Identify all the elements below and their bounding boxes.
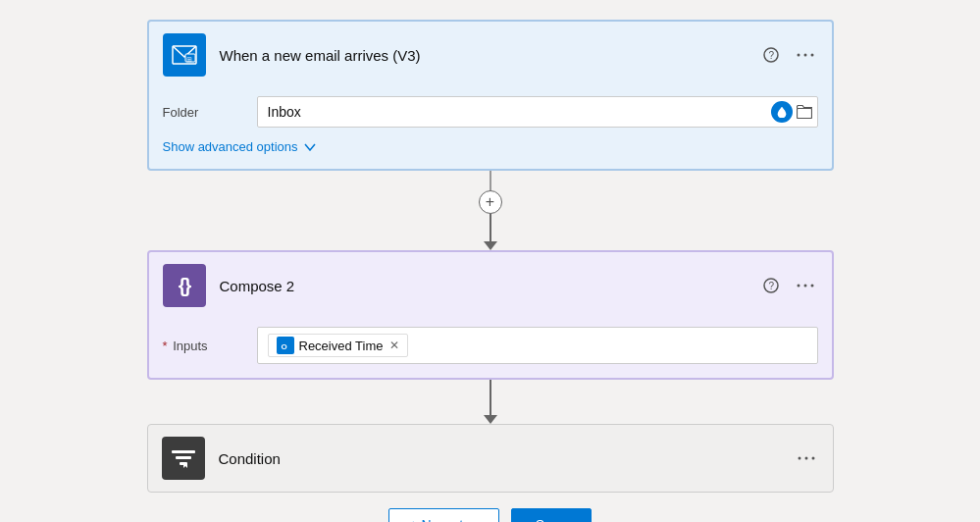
svg-point-21 xyxy=(811,457,814,460)
email-trigger-title: When a new email arrives (V3) xyxy=(220,47,759,64)
svg-point-6 xyxy=(803,54,806,57)
arrow-line-2 xyxy=(490,380,491,415)
email-trigger-help-button[interactable]: ? xyxy=(759,45,783,65)
svg-point-20 xyxy=(804,457,807,460)
compose-actions: ? xyxy=(759,276,818,295)
new-step-button[interactable]: + New step xyxy=(388,508,498,522)
save-button[interactable]: Save xyxy=(511,508,592,522)
advanced-options-label: Show advanced options xyxy=(163,139,298,154)
svg-text:O: O xyxy=(281,342,286,351)
inputs-label: * Inputs xyxy=(163,339,241,353)
svg-rect-17 xyxy=(176,456,191,459)
svg-rect-16 xyxy=(172,450,195,453)
connector-1: + xyxy=(479,171,502,250)
folder-browse-button[interactable] xyxy=(797,105,812,119)
connector-2 xyxy=(484,380,497,424)
compose-card: {} Compose 2 ? xyxy=(147,250,834,380)
inputs-label-text: Inputs xyxy=(173,339,207,353)
email-trigger-body: Folder xyxy=(149,88,832,169)
flow-container: ⊞ When a new email arrives (V3) ? xyxy=(147,20,834,522)
email-trigger-card: ⊞ When a new email arrives (V3) ? xyxy=(147,20,834,171)
svg-text:⊞: ⊞ xyxy=(185,56,191,63)
compose-help-button[interactable]: ? xyxy=(759,276,783,295)
condition-icon xyxy=(162,437,205,480)
arrow-line-1 xyxy=(490,214,491,241)
compose-more-button[interactable] xyxy=(793,282,818,289)
email-trigger-icon: ⊞ xyxy=(163,33,206,77)
inputs-tag-field[interactable]: O Received Time ✕ xyxy=(257,327,818,364)
add-step-button-1[interactable]: + xyxy=(479,190,502,214)
arrow-head-1 xyxy=(484,241,497,250)
svg-text:?: ? xyxy=(768,50,774,61)
bottom-bar: + New step Save xyxy=(147,508,834,522)
compose-header: {} Compose 2 ? xyxy=(149,252,832,319)
condition-actions xyxy=(794,454,819,462)
connector-line-top xyxy=(490,171,491,190)
folder-field-row: Folder xyxy=(163,96,818,128)
svg-text:?: ? xyxy=(768,281,774,291)
svg-point-19 xyxy=(798,457,800,460)
condition-header: Condition xyxy=(148,425,833,492)
tag-remove-button[interactable]: ✕ xyxy=(389,339,399,352)
compose-icon: {} xyxy=(163,264,206,307)
inputs-field-row: * Inputs O Received Time ✕ xyxy=(163,327,818,364)
svg-point-12 xyxy=(803,285,806,287)
condition-title: Condition xyxy=(219,450,794,467)
advanced-options-button[interactable]: Show advanced options xyxy=(163,139,316,154)
folder-input-wrap xyxy=(257,96,818,128)
compose-body: * Inputs O Received Time ✕ xyxy=(149,319,832,378)
droplet-icon xyxy=(771,101,793,123)
arrow-head-2 xyxy=(484,415,497,424)
svg-point-5 xyxy=(797,54,799,57)
folder-input[interactable] xyxy=(257,96,818,128)
compose-title: Compose 2 xyxy=(220,278,759,294)
tag-office-icon: O xyxy=(277,337,294,354)
condition-more-button[interactable] xyxy=(794,454,819,462)
email-trigger-more-button[interactable] xyxy=(793,51,818,59)
svg-point-11 xyxy=(797,285,799,287)
received-time-tag: O Received Time ✕ xyxy=(268,334,409,357)
folder-label: Folder xyxy=(163,105,241,120)
svg-point-7 xyxy=(810,54,813,57)
condition-card: Condition xyxy=(147,424,834,493)
required-star: * xyxy=(163,339,168,353)
svg-rect-8 xyxy=(797,109,811,119)
email-trigger-header: ⊞ When a new email arrives (V3) ? xyxy=(149,22,832,88)
folder-input-icons xyxy=(771,101,812,123)
email-trigger-actions: ? xyxy=(759,45,818,65)
svg-point-13 xyxy=(810,285,813,287)
tag-text: Received Time xyxy=(299,339,384,353)
